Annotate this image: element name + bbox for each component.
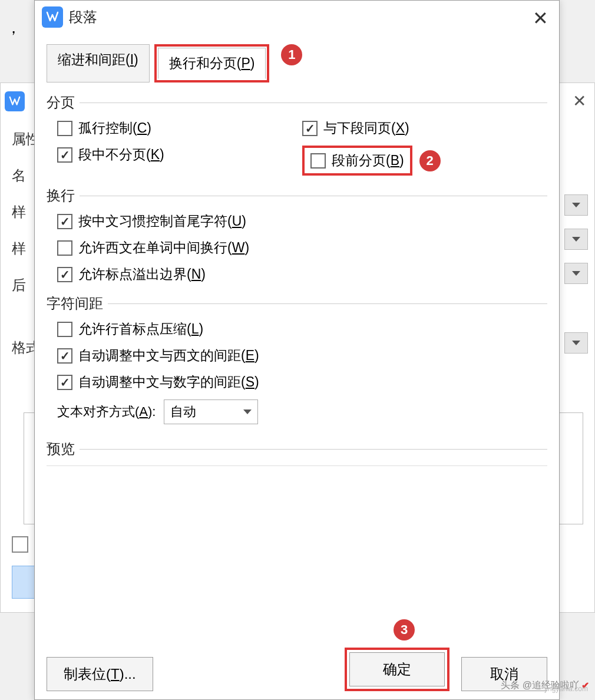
checkbox-icon <box>57 348 72 364</box>
checkbox-cjk-line-rules[interactable]: 按中文习惯控制首尾字符(U) <box>57 212 246 230</box>
checkbox-icon <box>310 153 326 169</box>
dialog-footer: 制表位(T)... 3 确定 取消 <box>47 648 547 691</box>
checkbox-allow-latin-mid-word-break[interactable]: 允许西文在单词中间换行(W) <box>57 239 249 257</box>
bg-dropdown-4[interactable] <box>564 332 588 354</box>
callout-badge-1: 1 <box>281 44 302 65</box>
tabs-button[interactable]: 制表位(T)... <box>47 657 153 691</box>
checkbox-icon <box>57 121 72 136</box>
tab-indent-spacing[interactable]: 缩进和间距(I) <box>47 44 150 82</box>
dialog-title: 段落 <box>69 8 97 27</box>
section-line-label: 换行 <box>47 186 75 205</box>
paragraph-dialog: 段落 ✕ 缩进和间距(I) 换行和分页(P) 1 分页 孤行控制(C) <box>34 0 560 700</box>
bg-checkbox[interactable] <box>12 536 28 553</box>
checkbox-compress-leading-punct[interactable]: 允许行首标点压缩(L) <box>57 320 203 338</box>
section-char-spacing: 字符间距 <box>47 294 547 313</box>
dialog-content: 缩进和间距(I) 换行和分页(P) 1 分页 孤行控制(C) <box>35 34 559 572</box>
titlebar: 段落 ✕ <box>35 1 559 34</box>
checkbox-icon <box>57 214 72 229</box>
checkbox-keep-lines-together[interactable]: 段中不分页(K) <box>57 146 302 164</box>
checkbox-hanging-punctuation[interactable]: 允许标点溢出边界(N) <box>57 265 206 283</box>
bg-dropdown-3[interactable] <box>564 263 588 284</box>
bg-dropdown-2[interactable] <box>564 229 588 250</box>
bg-app-icon <box>5 91 25 111</box>
tab-line-page-breaks[interactable]: 换行和分页(P) <box>158 48 266 79</box>
text-align-row: 文本对齐方式(A): 自动 <box>47 399 547 424</box>
checkbox-orphan-control[interactable]: 孤行控制(C) <box>57 119 302 137</box>
section-paging: 分页 <box>47 93 547 112</box>
bg-comma: ， <box>6 18 21 38</box>
tab-page-post: ) <box>250 55 255 71</box>
checkbox-icon <box>302 121 318 136</box>
close-icon[interactable]: ✕ <box>533 9 548 28</box>
watermark-text-2: jingyanla.com <box>545 685 588 693</box>
text-align-dropdown[interactable]: 自动 <box>164 399 258 424</box>
tab-page-pre: 换行和分页( <box>169 55 242 71</box>
callout-badge-2: 2 <box>419 150 441 171</box>
section-line-break: 换行 <box>47 186 547 205</box>
tabs: 缩进和间距(I) 换行和分页(P) 1 <box>47 44 547 82</box>
preview-area <box>47 465 547 572</box>
checkbox-icon <box>57 267 72 282</box>
checkbox-icon <box>57 322 72 337</box>
checkbox-auto-space-cjk-number[interactable]: 自动调整中文与数字的间距(S) <box>57 373 259 391</box>
section-spacing-label: 字符间距 <box>47 294 103 313</box>
section-preview: 预览 <box>47 440 547 458</box>
bg-dropdown-1[interactable] <box>564 194 588 216</box>
checkbox-icon <box>57 375 72 390</box>
checkbox-page-break-before[interactable]: 段前分页(B) <box>310 151 404 170</box>
checkbox-icon <box>57 240 72 256</box>
tab-indent-pre: 缩进和间距( <box>58 52 130 67</box>
text-align-value: 自动 <box>170 403 196 421</box>
callout-badge-3: 3 <box>394 619 415 640</box>
bg-close-icon[interactable]: ✕ <box>573 91 586 111</box>
checkbox-auto-space-cjk-latin[interactable]: 自动调整中文与西文的间距(E) <box>57 346 259 365</box>
text-align-label: 文本对齐方式(A): <box>57 403 156 421</box>
bg-highlighted-button[interactable] <box>12 566 37 599</box>
section-paging-label: 分页 <box>47 93 75 112</box>
tab-page-key: P <box>241 55 250 71</box>
ok-button-highlight: 3 确定 <box>345 648 449 691</box>
page-break-before-highlight: 段前分页(B) <box>302 146 412 176</box>
tab-indent-post: ) <box>134 52 138 67</box>
checkbox-keep-with-next[interactable]: 与下段同页(X) <box>302 119 547 137</box>
wps-app-icon <box>42 6 63 28</box>
tab-page-highlight: 换行和分页(P) <box>154 44 270 82</box>
section-preview-label: 预览 <box>47 440 75 458</box>
ok-button[interactable]: 确定 <box>349 652 445 686</box>
checkbox-icon <box>57 147 72 163</box>
watermark: 头条 @追经验啦吖 ✔ jingyanla.com <box>501 679 589 692</box>
